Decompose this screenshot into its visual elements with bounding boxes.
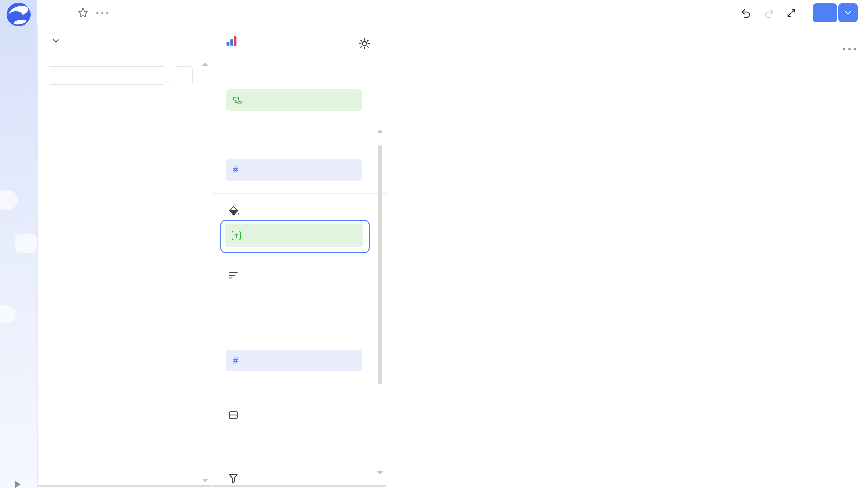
apps-grid-icon[interactable] (9, 35, 28, 54)
divider (213, 396, 387, 397)
horizontal-scrollbar[interactable] (38, 485, 212, 487)
split-icon (228, 410, 239, 421)
scroll-down-icon[interactable] (202, 479, 208, 482)
undo-icon[interactable] (740, 7, 752, 19)
divider (213, 461, 387, 461)
panel-divider (387, 26, 387, 488)
datalens-logo-icon[interactable] (7, 3, 31, 26)
rail-decoration (15, 234, 37, 253)
sort-lines-icon (228, 270, 239, 281)
paint-bucket-icon (228, 205, 239, 217)
top-bar (37, 0, 868, 26)
more-actions-icon[interactable] (96, 12, 108, 14)
fullscreen-icon (786, 8, 796, 18)
save-options-button[interactable] (838, 3, 858, 22)
measure-hash-icon: # (233, 355, 238, 366)
divider (213, 319, 387, 319)
hierarchy-tree-icon (233, 96, 242, 105)
scroll-up-icon[interactable] (202, 62, 208, 66)
section-colors (228, 205, 248, 217)
left-navigation-rail (0, 0, 38, 488)
divider (433, 40, 433, 61)
vertical-scrollbar-thumb[interactable] (378, 145, 382, 384)
rail-expand-icon[interactable] (15, 481, 21, 488)
section-filters (228, 473, 247, 484)
filter-funnel-icon (228, 473, 239, 484)
datalens-wizard-app: # T (0, 0, 868, 488)
add-field-button[interactable] (174, 66, 193, 85)
rail-divider (0, 57, 37, 57)
section-sorting (228, 270, 247, 281)
favorite-star-icon[interactable] (77, 7, 89, 19)
rail-decoration (0, 190, 18, 210)
panel-divider (213, 26, 213, 488)
chart-settings-gear-icon[interactable] (358, 37, 371, 50)
column-chart-type-icon[interactable] (226, 35, 238, 47)
string-field-icon: T (232, 231, 241, 240)
colors-field-chip[interactable]: T (225, 224, 363, 247)
measure-hash-icon: # (233, 165, 238, 175)
divider (213, 193, 387, 194)
divider (213, 56, 387, 56)
horizontal-scrollbar[interactable] (213, 485, 386, 487)
y-field-chip[interactable]: # (226, 159, 362, 181)
chart-menu-icon[interactable] (843, 48, 856, 50)
fullscreen-control[interactable] (786, 8, 801, 18)
save-button[interactable] (813, 3, 837, 22)
dataset-collapse-chevron-icon[interactable] (52, 37, 60, 45)
chevron-down-icon (843, 8, 853, 18)
rail-decoration (0, 305, 16, 323)
labels-field-chip[interactable]: # (226, 350, 362, 371)
section-split (228, 410, 255, 421)
rail-divider (0, 478, 37, 478)
scroll-down-icon[interactable] (377, 471, 383, 475)
x-field-chip[interactable] (226, 89, 362, 111)
redo-icon[interactable] (763, 7, 775, 19)
field-search-input[interactable] (47, 66, 166, 85)
drill-path (441, 41, 445, 60)
breadcrumb (50, 0, 108, 26)
divider (37, 56, 213, 56)
scroll-up-icon[interactable] (377, 129, 383, 133)
divider (213, 123, 387, 123)
divider (213, 258, 387, 258)
